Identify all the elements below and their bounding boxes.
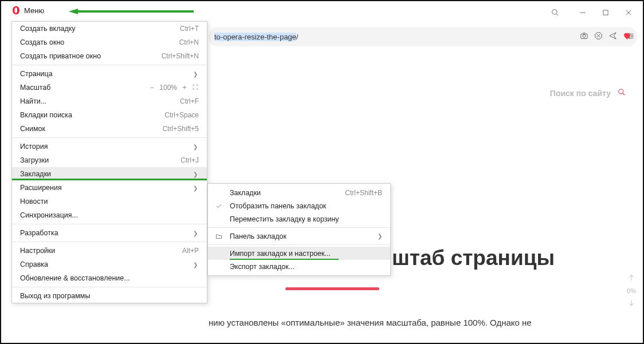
menu-update-recovery[interactable]: Обновление & восстановление... bbox=[12, 271, 207, 285]
close-button[interactable] bbox=[619, 5, 638, 21]
menu-settings[interactable]: Настройки Alt+P bbox=[12, 244, 207, 258]
block-icon[interactable] bbox=[594, 31, 603, 42]
send-icon[interactable] bbox=[608, 31, 617, 42]
svg-point-13 bbox=[583, 34, 586, 37]
menu-news[interactable]: Новости bbox=[12, 195, 207, 208]
menu-new-window[interactable]: Создать окно Ctrl+N bbox=[12, 35, 207, 49]
search-icon[interactable] bbox=[618, 88, 626, 98]
svg-point-9 bbox=[15, 7, 18, 13]
menu-new-private-window[interactable]: Создать приватное окно Ctrl+Shift+N bbox=[12, 49, 207, 63]
annotation-underline bbox=[12, 179, 207, 180]
chevron-right-icon: ❯ bbox=[378, 233, 382, 239]
maximize-button[interactable] bbox=[596, 5, 615, 21]
svg-point-21 bbox=[631, 35, 633, 37]
zoom-out-button[interactable]: − bbox=[148, 84, 156, 92]
chevron-right-icon: ❯ bbox=[193, 171, 198, 177]
menu-page[interactable]: Страница❯ bbox=[12, 67, 207, 81]
zoom-sidebar: 0% bbox=[627, 274, 636, 308]
menu-exit[interactable]: Выход из программы bbox=[12, 289, 207, 303]
screenshot-icon[interactable] bbox=[580, 31, 588, 42]
svg-marker-11 bbox=[69, 9, 78, 14]
menu-zoom[interactable]: Масштаб − 100% + bbox=[12, 81, 207, 94]
zoom-in-button[interactable]: + bbox=[180, 84, 189, 92]
menu-developer[interactable]: Разработка❯ bbox=[12, 226, 207, 240]
check-icon bbox=[215, 202, 223, 210]
submenu-bookmarks[interactable]: Закладки Ctrl+Shift+B bbox=[208, 186, 390, 199]
bookmarks-submenu: Закладки Ctrl+Shift+B Отобразить панель … bbox=[207, 183, 391, 276]
submenu-show-bar[interactable]: Отобразить панель закладок bbox=[208, 199, 390, 212]
svg-line-24 bbox=[623, 93, 625, 96]
menu-downloads[interactable]: Загрузки Ctrl+J bbox=[12, 153, 207, 167]
easy-setup-icon[interactable] bbox=[627, 32, 635, 42]
menu-extensions[interactable]: Расширения❯ bbox=[12, 181, 207, 195]
menu-history[interactable]: История❯ bbox=[12, 140, 207, 153]
address-bar[interactable]: to-opera-resize-the-page/ bbox=[209, 27, 637, 46]
submenu-bookmarks-bar[interactable]: Панель закладок ❯ bbox=[208, 230, 390, 243]
menu-snapshot[interactable]: Снимок Ctrl+Shift+5 bbox=[12, 122, 207, 136]
zoom-percent: 0% bbox=[627, 287, 636, 294]
svg-point-20 bbox=[629, 33, 630, 34]
opera-logo-icon bbox=[11, 6, 21, 15]
menu-find[interactable]: Найти... Ctrl+F bbox=[12, 94, 207, 108]
menu-new-tab[interactable]: Создать вкладку Ctrl+T bbox=[12, 22, 207, 35]
menu-sync[interactable]: Синхронизация... bbox=[12, 208, 207, 222]
submenu-export-bookmarks[interactable]: Экспорт закладок... bbox=[208, 260, 390, 273]
page-heading: штаб страницы bbox=[392, 246, 555, 270]
minimize-button[interactable] bbox=[573, 5, 592, 21]
chevron-right-icon: ❯ bbox=[193, 71, 198, 77]
menu-search-tabs[interactable]: Вкладки поиска Ctrl+Space bbox=[12, 108, 207, 122]
opera-menu-button[interactable]: Меню bbox=[11, 6, 44, 15]
url-text: to-opera-resize-the-page/ bbox=[214, 33, 299, 41]
submenu-import-bookmarks[interactable]: Импорт закладок и настроек... bbox=[208, 247, 390, 260]
chevron-right-icon: ❯ bbox=[193, 185, 198, 191]
chevron-right-icon: ❯ bbox=[193, 230, 198, 236]
main-menu: Создать вкладку Ctrl+T Создать окно Ctrl… bbox=[11, 21, 207, 303]
site-search[interactable]: Поиск по сайту bbox=[550, 88, 626, 98]
menu-bookmarks[interactable]: Закладки❯ bbox=[12, 167, 207, 181]
annotation-red-underline bbox=[285, 287, 379, 290]
search-placeholder: Поиск по сайту bbox=[550, 89, 611, 98]
zoom-value: 100% bbox=[159, 84, 177, 92]
svg-point-23 bbox=[619, 89, 623, 94]
svg-line-1 bbox=[556, 14, 559, 16]
arrow-down-icon[interactable] bbox=[627, 299, 635, 308]
fullscreen-icon[interactable] bbox=[192, 84, 199, 92]
svg-rect-3 bbox=[603, 10, 608, 15]
svg-point-0 bbox=[552, 10, 557, 14]
arrow-up-icon[interactable] bbox=[627, 274, 635, 283]
page-body-text: нию установлены «оптимальные» значения м… bbox=[209, 316, 614, 330]
chevron-right-icon: ❯ bbox=[193, 144, 198, 150]
folder-icon bbox=[215, 232, 223, 240]
chevron-right-icon: ❯ bbox=[193, 262, 198, 268]
svg-point-22 bbox=[629, 37, 630, 38]
annotation-arrow bbox=[69, 8, 194, 15]
search-icon[interactable] bbox=[545, 5, 565, 21]
menu-label: Меню bbox=[24, 6, 44, 15]
submenu-move-to-trash[interactable]: Переместить закладку в корзину bbox=[208, 212, 390, 226]
menu-help[interactable]: Справка❯ bbox=[12, 258, 207, 271]
